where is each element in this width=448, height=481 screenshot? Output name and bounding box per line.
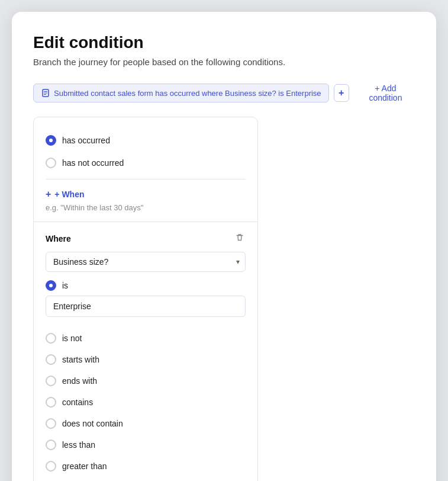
- radio-circle-starts-with: [46, 354, 56, 365]
- radio-circle-ends-with: [46, 376, 56, 386]
- trash-button[interactable]: [234, 232, 246, 246]
- radio-greater-than[interactable]: greater than: [46, 456, 246, 477]
- when-button[interactable]: + + When: [46, 189, 85, 200]
- condition-tab-label: Submitted contact sales form has occurre…: [54, 89, 321, 98]
- radio-label-has-not-occurred: has not occurred: [62, 158, 124, 168]
- divider-1: [46, 179, 246, 179]
- radio-circle-has-occurred: [46, 135, 56, 146]
- where-select[interactable]: Business size? Industry Company name Cou…: [46, 252, 246, 272]
- option-label-does-not-contain: does not contain: [62, 419, 123, 428]
- condition-tab[interactable]: Submitted contact sales form has occurre…: [33, 84, 329, 102]
- radio-has-not-occurred[interactable]: has not occurred: [46, 152, 246, 174]
- option-label-is-not: is not: [62, 334, 82, 343]
- document-icon: [41, 88, 50, 98]
- radio-contains[interactable]: contains: [46, 392, 246, 413]
- option-label-ends-with: ends with: [62, 376, 97, 386]
- radio-circle-is: [46, 280, 56, 291]
- radio-circle-contains: [46, 397, 56, 408]
- is-section: is: [46, 280, 246, 323]
- radio-is-not[interactable]: is not: [46, 328, 246, 349]
- radio-circle-has-not-occurred: [46, 158, 56, 168]
- when-plus-icon: +: [46, 189, 51, 200]
- add-condition-button[interactable]: + Add condition: [356, 81, 415, 105]
- condition-card: has occurred has not occurred + + When e…: [33, 117, 258, 481]
- radio-does-not-contain[interactable]: does not contain: [46, 413, 246, 434]
- option-label-starts-with: starts with: [62, 355, 99, 364]
- occurrence-radio-group: has occurred has not occurred: [46, 129, 246, 174]
- when-hint: e.g. "Within the last 30 days": [46, 203, 246, 212]
- page-title: Edit condition: [33, 33, 415, 52]
- radio-ends-with[interactable]: ends with: [46, 370, 246, 392]
- where-select-wrapper: Business size? Industry Company name Cou…: [46, 252, 246, 272]
- when-label: + When: [54, 190, 84, 199]
- where-header: Where: [46, 232, 246, 246]
- radio-is-row: is: [46, 280, 246, 291]
- radio-circle-does-not-contain: [46, 418, 56, 429]
- add-plus-button[interactable]: +: [334, 84, 349, 102]
- divider-2: [34, 222, 257, 222]
- radio-less-than[interactable]: less than: [46, 434, 246, 456]
- page-subtitle: Branch the journey for people based on t…: [33, 57, 415, 67]
- is-value-input[interactable]: [46, 296, 246, 317]
- option-list: is not starts with ends with contains do…: [46, 328, 246, 477]
- radio-circle-less-than: [46, 440, 56, 450]
- modal: Edit condition Branch the journey for pe…: [12, 12, 436, 481]
- option-label-contains: contains: [62, 397, 93, 407]
- option-label-less-than: less than: [62, 440, 95, 450]
- radio-has-occurred[interactable]: has occurred: [46, 129, 246, 152]
- where-label: Where: [46, 234, 71, 243]
- radio-circle-greater-than: [46, 461, 56, 472]
- condition-bar: Submitted contact sales form has occurre…: [33, 81, 415, 105]
- option-label-greater-than: greater than: [62, 461, 107, 471]
- radio-circle-is-not: [46, 333, 56, 344]
- radio-is[interactable]: is: [46, 280, 68, 291]
- radio-label-has-occurred: has occurred: [62, 136, 110, 145]
- radio-starts-with[interactable]: starts with: [46, 349, 246, 370]
- radio-label-is: is: [62, 281, 68, 290]
